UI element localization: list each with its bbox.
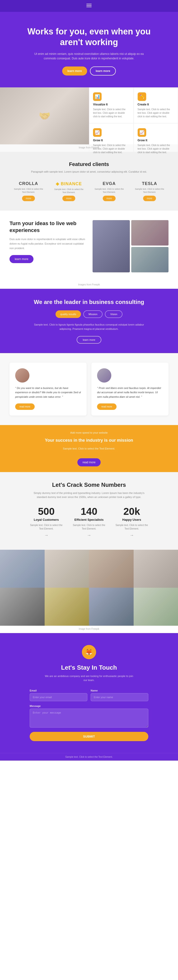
consulting-section: We are the leader in business consulting… xyxy=(0,289,178,353)
message-field[interactable] xyxy=(30,709,148,727)
consulting-heading: We are the leader in business consulting xyxy=(14,298,164,305)
live-heading: Turn your ideas to live web experiences xyxy=(10,220,86,234)
evga-name: EVGA xyxy=(94,181,125,186)
gallery-item-6 xyxy=(44,588,89,626)
number-label-1: Loyal Customers xyxy=(30,518,63,522)
contact-heading: Let's Stay In Touch xyxy=(19,664,159,671)
form-group-name: Name xyxy=(91,689,148,701)
hero-secondary-btn[interactable]: learn more xyxy=(90,67,116,75)
testimonial-avatar-2 xyxy=(97,368,111,383)
live-img-top-right xyxy=(131,220,168,245)
clients-heading: Featured clients xyxy=(10,161,168,167)
footer-text: Sample text. Click to select the Text El… xyxy=(65,756,113,758)
form-group-message: Message xyxy=(30,705,148,732)
feature-title-2: Create It xyxy=(138,103,174,106)
gallery-grid xyxy=(0,550,178,626)
testimonials-section: " Do you want to start a business, but d… xyxy=(0,353,178,425)
gallery-item-7 xyxy=(89,588,134,626)
crolla-more-btn[interactable]: more xyxy=(22,196,35,201)
hero-section: Works for you, even when you aren't work… xyxy=(0,12,178,88)
number-value-1: 500 xyxy=(30,506,63,517)
client-crolla: CROLLA Sample text. Click to select the … xyxy=(13,181,44,201)
features-top: 🤝 📊 Visualize It Sample text. Click to s… xyxy=(0,88,178,145)
tesla-more-btn[interactable]: more xyxy=(143,196,156,201)
hands-tablet-img: 🤝 xyxy=(0,88,89,145)
gallery-item-4 xyxy=(134,550,178,588)
feature-desc-1: Sample text. Click to select the text bo… xyxy=(93,108,130,118)
live-description: Duis aute irure dolor in reprehenderit i… xyxy=(10,237,86,250)
consulting-tab-quality[interactable]: quality results xyxy=(56,310,81,318)
binance-more-btn[interactable]: more xyxy=(62,196,75,201)
live-images-grid xyxy=(92,220,168,272)
binance-name: ◈ BINANCE xyxy=(53,181,84,186)
number-arrow-1: → xyxy=(30,533,63,538)
clients-logos: CROLLA Sample text. Click to select the … xyxy=(10,181,168,201)
number-customers: 500 Loyal Customers Sample text. Click t… xyxy=(30,506,63,538)
hero-description: Ut enim ad minim veniam, quis nostrud ex… xyxy=(30,52,148,61)
contact-section: 🦊 Let's Stay In Touch We are an ambitiou… xyxy=(0,633,178,753)
consulting-tab-vision[interactable]: Vision xyxy=(105,310,122,318)
consulting-learn-more-btn[interactable]: learn more xyxy=(77,336,102,344)
feature-card-visualize: 📊 Visualize It Sample text. Click to sel… xyxy=(89,88,134,123)
email-field[interactable] xyxy=(30,693,87,701)
live-img-tall xyxy=(92,220,130,272)
gallery-image-source: Image from Freepik xyxy=(0,626,178,633)
testimonial-card-2: " Proin sed libero enim sed faucibus tur… xyxy=(91,363,168,415)
number-users: 20k Happy Users Sample text. Click to se… xyxy=(115,506,148,538)
feature-title-1: Visualize It xyxy=(93,103,130,106)
hero-primary-btn[interactable]: learn more xyxy=(62,67,87,75)
gallery-item-3 xyxy=(89,550,134,588)
number-value-2: 140 xyxy=(72,506,106,517)
contact-description: We are an ambitious company and are look… xyxy=(44,674,134,682)
contact-icon: 🦊 xyxy=(82,645,96,659)
testimonial-card-1: " Do you want to start a business, but d… xyxy=(10,363,87,415)
number-desc-3: Sample text. Click to select the Text El… xyxy=(115,523,148,530)
name-field[interactable] xyxy=(91,693,148,701)
feature-card-grow-1: 📈 Grow It Sample text. Click to select t… xyxy=(89,123,134,159)
fox-icon: 🦊 xyxy=(86,649,92,655)
testimonial-quote-1: " Do you want to start a business, but d… xyxy=(15,386,81,399)
live-section: Turn your ideas to live web experiences … xyxy=(0,211,178,282)
live-content: Turn your ideas to live web experiences … xyxy=(10,220,86,263)
clients-description: Paragraph with sample text. Lorem ipsum … xyxy=(10,170,168,174)
feature-card-create: ✏️ Create It Sample text. Click to selec… xyxy=(134,88,178,123)
tesla-name: TESLA xyxy=(134,181,165,186)
features-section: 🤝 📊 Visualize It Sample text. Click to s… xyxy=(0,88,178,152)
top-bar xyxy=(0,0,178,12)
cta-small-text: Add more speed to your website xyxy=(10,431,168,435)
gallery-item-8 xyxy=(134,588,178,626)
grow-icon-1: 📈 xyxy=(93,128,102,137)
numbers-description: Simply dummy text of the printing and ty… xyxy=(30,491,148,500)
clients-section: Featured clients Paragraph with sample t… xyxy=(0,152,178,211)
submit-button[interactable]: SUBMIT xyxy=(30,732,148,741)
tesla-desc: Sample text. Click to select the Text El… xyxy=(134,188,165,194)
client-binance: ◈ BINANCE Sample text. Click to select t… xyxy=(53,181,84,201)
numbers-grid: 500 Loyal Customers Sample text. Click t… xyxy=(10,506,168,538)
numbers-heading: Let's Crack Some Numbers xyxy=(10,482,168,488)
live-learn-more-btn[interactable]: learn more xyxy=(10,255,33,263)
cta-read-more-btn[interactable]: read more xyxy=(77,458,101,466)
grow-icon-2: 📈 xyxy=(138,128,146,137)
gallery-item-2 xyxy=(44,550,89,588)
crolla-name: CROLLA xyxy=(13,181,44,186)
number-desc-1: Sample text. Click to select the Text El… xyxy=(30,523,63,530)
features-cards-top: 📊 Visualize It Sample text. Click to sel… xyxy=(89,88,178,145)
feature-card-grow-2: 📈 Grow It Sample text. Click to select t… xyxy=(134,123,178,159)
number-arrow-3: → xyxy=(115,533,148,538)
evga-more-btn[interactable]: more xyxy=(103,196,116,201)
footer-note: Sample text. Click to select the Text El… xyxy=(0,753,178,760)
live-img-bottom-right xyxy=(131,247,168,272)
evga-desc: Sample text. Click to select the Text El… xyxy=(94,188,125,194)
consulting-tab-mission[interactable]: Mission xyxy=(83,310,103,318)
consulting-description: Sample text. Click to ligouis ligonis fi… xyxy=(32,323,146,331)
testimonial-readmore-btn-2[interactable]: read more xyxy=(97,403,116,410)
email-label: Email xyxy=(30,689,87,692)
hero-title: Works for you, even when you aren't work… xyxy=(19,26,159,48)
contact-form: Email Name Message SUBMIT xyxy=(30,689,148,741)
testimonial-readmore-btn-1[interactable]: read more xyxy=(15,403,35,410)
hamburger-menu-icon[interactable] xyxy=(86,3,92,8)
testimonial-quote-2: " Proin sed libero enim sed faucibus tur… xyxy=(97,386,163,399)
gallery-item-1 xyxy=(0,550,44,588)
features-image-left: 🤝 xyxy=(0,88,89,145)
cta-banner: Add more speed to your website Your succ… xyxy=(0,425,178,472)
